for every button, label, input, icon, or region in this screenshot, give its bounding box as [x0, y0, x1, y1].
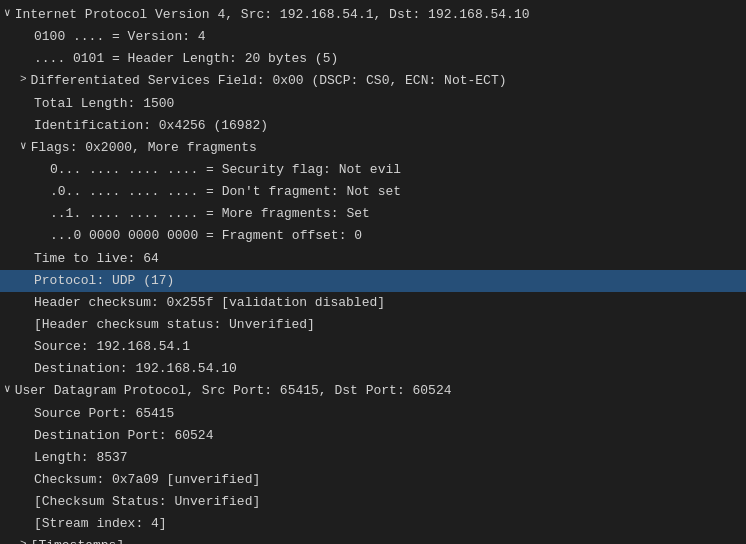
item-text-version: 0100 .... = Version: 4 — [34, 27, 206, 47]
packet-tree: ∨Internet Protocol Version 4, Src: 192.1… — [0, 0, 746, 544]
item-text-security-flag: 0... .... .... .... = Security flag: Not… — [50, 160, 401, 180]
tree-item-dscp[interactable]: >Differentiated Services Field: 0x00 (DS… — [0, 70, 746, 92]
tree-item-source: Source: 192.168.54.1 — [0, 336, 746, 358]
item-text-checksum-status: [Checksum Status: Unverified] — [34, 492, 260, 512]
item-text-timestamps: [Timestamps] — [31, 536, 125, 544]
tree-item-checksum-status: [Checksum Status: Unverified] — [0, 491, 746, 513]
tree-item-identification: Identification: 0x4256 (16982) — [0, 115, 746, 137]
tree-item-destination: Destination: 192.168.54.10 — [0, 358, 746, 380]
tree-item-fragment-offset: ...0 0000 0000 0000 = Fragment offset: 0 — [0, 225, 746, 247]
tree-item-length: Length: 8537 — [0, 447, 746, 469]
item-text-dscp: Differentiated Services Field: 0x00 (DSC… — [31, 71, 507, 91]
item-text-ttl: Time to live: 64 — [34, 249, 159, 269]
tree-item-dont-fragment: .0.. .... .... .... = Don't fragment: No… — [0, 181, 746, 203]
main-container: ∨Internet Protocol Version 4, Src: 192.1… — [0, 0, 746, 544]
item-text-udp-header: User Datagram Protocol, Src Port: 65415,… — [15, 381, 452, 401]
item-text-identification: Identification: 0x4256 (16982) — [34, 116, 268, 136]
item-text-source: Source: 192.168.54.1 — [34, 337, 190, 357]
item-text-header-checksum: Header checksum: 0x255f [validation disa… — [34, 293, 385, 313]
item-text-header-length: .... 0101 = Header Length: 20 bytes (5) — [34, 49, 338, 69]
expand-icon[interactable]: > — [20, 71, 27, 88]
item-text-stream-index: [Stream index: 4] — [34, 514, 167, 534]
collapse-icon[interactable]: ∨ — [20, 138, 27, 155]
tree-item-security-flag: 0... .... .... .... = Security flag: Not… — [0, 159, 746, 181]
item-text-header-checksum-status: [Header checksum status: Unverified] — [34, 315, 315, 335]
item-text-total-length: Total Length: 1500 — [34, 94, 174, 114]
tree-item-total-length: Total Length: 1500 — [0, 93, 746, 115]
tree-item-timestamps[interactable]: >[Timestamps] — [0, 535, 746, 544]
tree-item-version: 0100 .... = Version: 4 — [0, 26, 746, 48]
item-text-destination: Destination: 192.168.54.10 — [34, 359, 237, 379]
item-text-fragment-offset: ...0 0000 0000 0000 = Fragment offset: 0 — [50, 226, 362, 246]
item-text-ip-header: Internet Protocol Version 4, Src: 192.16… — [15, 5, 530, 25]
tree-item-dst-port: Destination Port: 60524 — [0, 425, 746, 447]
expand-icon[interactable]: > — [20, 536, 27, 544]
tree-item-src-port: Source Port: 65415 — [0, 403, 746, 425]
tree-item-udp-header[interactable]: ∨User Datagram Protocol, Src Port: 65415… — [0, 380, 746, 402]
tree-item-header-checksum-status: [Header checksum status: Unverified] — [0, 314, 746, 336]
collapse-icon[interactable]: ∨ — [4, 5, 11, 22]
item-text-dst-port: Destination Port: 60524 — [34, 426, 213, 446]
tree-item-flags[interactable]: ∨Flags: 0x2000, More fragments — [0, 137, 746, 159]
item-text-flags: Flags: 0x2000, More fragments — [31, 138, 257, 158]
tree-item-header-checksum: Header checksum: 0x255f [validation disa… — [0, 292, 746, 314]
item-text-src-port: Source Port: 65415 — [34, 404, 174, 424]
tree-item-more-fragments: ..1. .... .... .... = More fragments: Se… — [0, 203, 746, 225]
item-text-length: Length: 8537 — [34, 448, 128, 468]
tree-item-checksum: Checksum: 0x7a09 [unverified] — [0, 469, 746, 491]
tree-item-stream-index: [Stream index: 4] — [0, 513, 746, 535]
tree-item-ttl: Time to live: 64 — [0, 248, 746, 270]
item-text-more-fragments: ..1. .... .... .... = More fragments: Se… — [50, 204, 370, 224]
collapse-icon[interactable]: ∨ — [4, 381, 11, 398]
item-text-protocol: Protocol: UDP (17) — [34, 271, 174, 291]
item-text-dont-fragment: .0.. .... .... .... = Don't fragment: No… — [50, 182, 401, 202]
item-text-checksum: Checksum: 0x7a09 [unverified] — [34, 470, 260, 490]
tree-item-protocol: Protocol: UDP (17) — [0, 270, 746, 292]
tree-item-ip-header[interactable]: ∨Internet Protocol Version 4, Src: 192.1… — [0, 4, 746, 26]
tree-item-header-length: .... 0101 = Header Length: 20 bytes (5) — [0, 48, 746, 70]
